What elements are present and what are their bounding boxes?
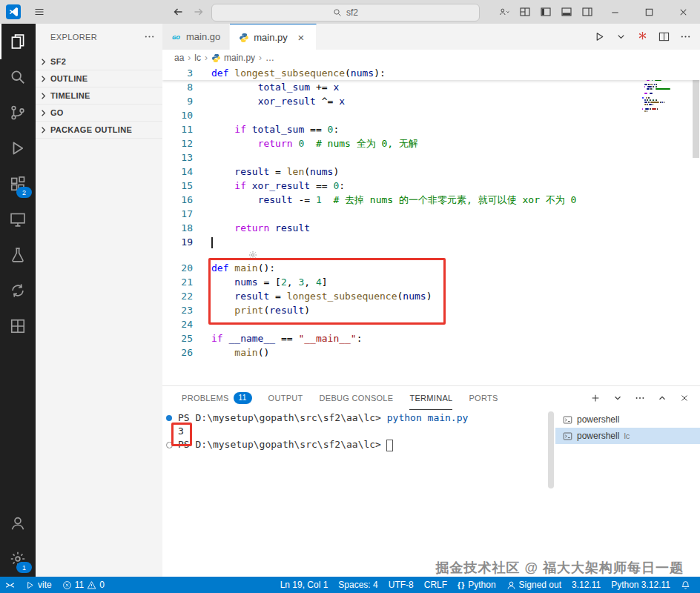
code-line[interactable]: 26 main() [162, 345, 700, 360]
panel-bottom-icon[interactable] [556, 0, 577, 24]
chevron-up-icon[interactable] [657, 393, 667, 403]
more-icon[interactable] [635, 393, 645, 403]
tab-main.py[interactable]: main.py× [230, 24, 317, 50]
activity-source-control-icon[interactable] [0, 95, 36, 130]
terminal-row: 3 [162, 425, 552, 438]
more-actions-icon[interactable] [144, 31, 155, 42]
activity-sync-icon[interactable] [0, 273, 36, 308]
sidebar-left-icon[interactable] [535, 0, 556, 24]
code-line[interactable]: 13 [162, 150, 700, 165]
status-cursor-position[interactable]: Ln 19, Col 1 [275, 577, 334, 593]
section-label: OUTLINE [50, 74, 88, 83]
status-problems[interactable]: 110 [57, 577, 110, 593]
chevron-down-icon[interactable] [612, 393, 623, 403]
code-line[interactable]: 16 result -= 1 # 去掉 nums 的一个非零元素, 就可以使 x… [162, 193, 700, 207]
sidebar-section-package-outline[interactable]: PACKAGE OUTLINE [36, 121, 162, 139]
split-editor-icon[interactable] [658, 31, 670, 42]
activity-bar: 2 1 [0, 24, 36, 577]
code-text: result -= 1 # 去掉 nums 的一个非零元素, 就可以使 xor … [199, 193, 576, 207]
sidebar-section-go[interactable]: GO [36, 104, 162, 121]
line-number: 26 [162, 345, 199, 360]
status-version[interactable]: 3.12.11 [567, 577, 606, 593]
terminal-tabs-list: powershellpowershelllc [555, 411, 700, 577]
status-notifications[interactable] [676, 577, 696, 593]
sidebar-section-timeline[interactable]: TIMELINE [36, 87, 162, 104]
code-line[interactable]: 8 total_sum += x [162, 80, 700, 94]
sidebar-right-icon[interactable] [577, 0, 598, 24]
status-remote[interactable] [0, 577, 20, 593]
terminal-scrollbar[interactable] [548, 411, 554, 488]
activity-extensions-icon[interactable]: 2 [0, 166, 36, 202]
code-line[interactable]: 25if __name__ == "__main__": [162, 331, 700, 345]
go-file-icon: GO [171, 32, 182, 42]
breadcrumb-item-main.py[interactable]: main.py [211, 53, 255, 63]
code-line[interactable]: 11 if total_sum == 0: [162, 122, 700, 136]
status-signed-out[interactable]: Signed out [501, 577, 567, 593]
breadcrumb-item-lc[interactable]: lc [194, 53, 201, 63]
chevron-right-icon [38, 56, 49, 67]
extension-icon[interactable] [637, 31, 648, 42]
forward-button[interactable] [193, 6, 205, 18]
activity-account-icon[interactable] [0, 506, 36, 541]
close-icon[interactable] [679, 393, 690, 403]
status-language-mode[interactable]: {}Python [452, 577, 501, 593]
activity-settings-icon[interactable]: 1 [0, 541, 36, 577]
status-encoding[interactable]: UTF-8 [383, 577, 419, 593]
title-bar: sf2 [0, 0, 700, 24]
status-python-interpreter[interactable]: Python 3.12.11 [606, 577, 676, 593]
activity-search-icon[interactable] [0, 59, 36, 95]
sticky-scroll-line[interactable]: 3def longest_subsequence(nums): [162, 66, 700, 80]
activity-grid-icon[interactable] [0, 308, 36, 344]
activity-testing-icon[interactable] [0, 237, 36, 273]
back-button[interactable] [172, 6, 184, 18]
warning-icon [87, 580, 96, 590]
profile-icon[interactable] [494, 0, 515, 24]
code-line[interactable]: 14 result = len(nums) [162, 165, 700, 179]
activity-run-debug-icon[interactable] [0, 130, 36, 166]
code-line[interactable]: 17 [162, 207, 700, 221]
terminal-cursor [386, 440, 393, 451]
status-task-vite[interactable]: vite [20, 577, 57, 593]
code-line[interactable]: 12 return 0 # nums 全为 0, 无解 [162, 136, 700, 150]
code-line[interactable]: 19 [162, 235, 700, 249]
status-eol[interactable]: CRLF [419, 577, 452, 593]
code-editor[interactable]: 3def longest_subsequence(nums):8 total_s… [162, 66, 700, 385]
remote-icon [5, 580, 15, 590]
panel-tab-output[interactable]: OUTPUT [268, 386, 303, 410]
breadcrumb-item-…[interactable]: … [265, 53, 274, 63]
menu-icon[interactable] [33, 6, 45, 18]
layout-grid-icon[interactable] [515, 0, 535, 24]
panel-tab-terminal[interactable]: TERMINAL [409, 386, 452, 410]
terminal[interactable]: PS D:\mysetup\gopath\src\sf2\aa\lc> pyth… [162, 411, 552, 577]
command-decoration-icon[interactable] [166, 415, 172, 421]
search-icon [333, 8, 342, 17]
code-line[interactable]: 9 xor_result ^= x [162, 94, 700, 108]
maximize-button[interactable] [632, 0, 666, 24]
badge: 2 [16, 187, 32, 198]
run-icon[interactable] [594, 31, 605, 42]
more-icon[interactable] [680, 31, 691, 42]
close-tab-icon[interactable]: × [295, 31, 307, 44]
sidebar-section-outline[interactable]: OUTLINE [36, 70, 162, 87]
terminal-tab-powershell[interactable]: powershelllc [555, 428, 700, 444]
panel-tab-ports[interactable]: PORTS [469, 386, 498, 410]
chevron-down-icon[interactable] [615, 31, 627, 42]
breadcrumb-item-aa[interactable]: aa [174, 53, 184, 63]
command-center-search[interactable]: sf2 [211, 4, 480, 21]
code-line[interactable]: 15 if xor_result == 0: [162, 179, 700, 193]
play-icon [25, 580, 35, 590]
minimize-button[interactable] [598, 0, 632, 24]
panel-tab-debug-console[interactable]: DEBUG CONSOLE [320, 386, 394, 410]
panel-tab-problems[interactable]: PROBLEMS11 [182, 386, 252, 410]
status-indentation[interactable]: Spaces: 4 [333, 577, 383, 593]
terminal-tab-powershell[interactable]: powershell [555, 411, 700, 428]
code-line[interactable]: 18 return result [162, 221, 700, 235]
sidebar-section-sf2[interactable]: SF2 [36, 53, 162, 70]
activity-explorer-icon[interactable] [0, 24, 36, 59]
activity-remote-explorer-icon[interactable] [0, 202, 36, 237]
code-line[interactable]: 10 [162, 108, 700, 122]
plus-icon[interactable] [590, 393, 601, 403]
tab-main.go[interactable]: GOmain.go [162, 24, 230, 50]
close-button[interactable] [666, 0, 700, 24]
code-text: xor_result ^= x [199, 94, 345, 108]
